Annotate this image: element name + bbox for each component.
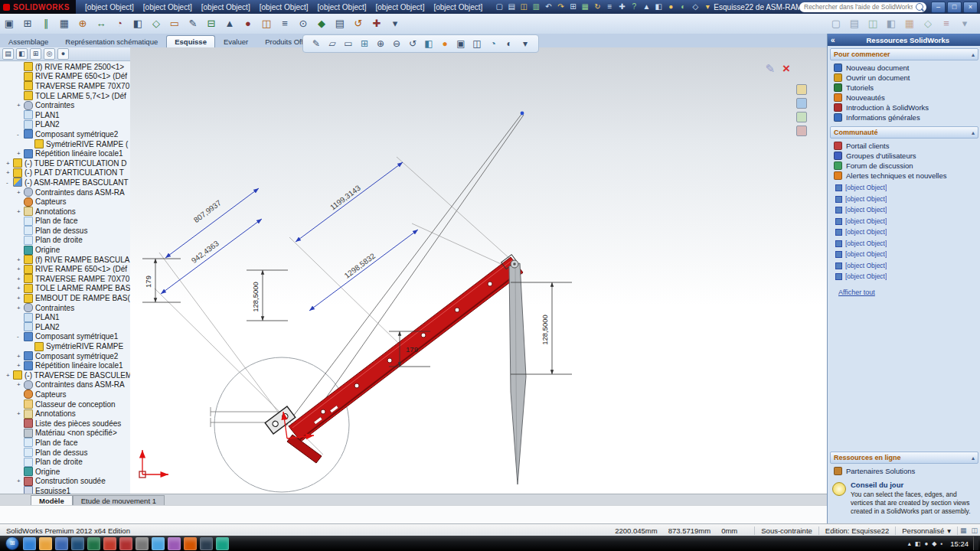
move-component-icon[interactable]: ↔: [93, 16, 109, 31]
print-icon[interactable]: ▥: [530, 2, 542, 12]
show-desktop-button[interactable]: [973, 536, 978, 550]
expander-icon[interactable]: +: [17, 256, 24, 263]
viewport-flyout-icon[interactable]: [796, 126, 807, 136]
news-item[interactable]: [object Object]: [835, 240, 976, 248]
news-item[interactable]: [object Object]: [835, 262, 976, 270]
discussion-forum-link[interactable]: Forum de discussion: [834, 161, 976, 171]
expander-icon[interactable]: +: [17, 362, 24, 369]
toolbar-icon[interactable]: ◐: [677, 2, 689, 12]
expander-icon[interactable]: +: [17, 295, 24, 302]
tray-icon[interactable]: ▪: [940, 540, 942, 547]
toolbar-icon[interactable]: ↺: [350, 16, 367, 31]
toolbar-icon[interactable]: ≡: [276, 16, 293, 31]
propertymanager-tab-icon[interactable]: ◧: [16, 48, 28, 60]
user-groups-link[interactable]: Groupes d'utilisateurs: [834, 151, 976, 161]
appearance-icon[interactable]: ●: [438, 38, 452, 49]
help-icon[interactable]: ?: [628, 2, 640, 12]
expander-icon[interactable]: +: [17, 276, 24, 282]
open-document-icon[interactable]: ▤: [505, 2, 518, 12]
command-tab[interactable]: Evaluer: [215, 35, 256, 47]
tree-item[interactable]: Liste des pièces soudées: [0, 419, 130, 429]
tree-item[interactable]: TOLE LARME 5,7<1> (Déf: [0, 91, 130, 101]
toolbar-icon[interactable]: ◇: [689, 2, 701, 12]
tutorials-link[interactable]: Tutoriels: [834, 83, 976, 93]
tree-item[interactable]: TRAVERSE RAMPE 70X70: [0, 81, 130, 91]
tree-item[interactable]: + (-) TUBE D'ARTICULATION D: [0, 158, 130, 168]
toolbar-icon[interactable]: ●: [240, 16, 256, 31]
collapse-section-icon[interactable]: ▴: [972, 129, 975, 136]
news-item[interactable]: [object Object]: [835, 250, 976, 259]
zoom-in-icon[interactable]: ⊕: [374, 38, 387, 49]
expander-icon[interactable]: +: [17, 189, 24, 196]
toolbar-icon[interactable]: ◫: [258, 16, 275, 31]
solution-partners-link[interactable]: Partenaires Solutions: [834, 466, 976, 476]
file-properties-icon[interactable]: ≡: [603, 2, 616, 12]
tree-item[interactable]: (f) RIVE RAMPE 2500<1>: [0, 62, 130, 72]
news-item[interactable]: [object Object]: [835, 184, 976, 192]
reference-geometry-icon[interactable]: ◇: [148, 16, 165, 31]
menu-item[interactable]: [object Object]: [313, 2, 371, 13]
toolbar-icon[interactable]: ▭: [166, 16, 183, 31]
tree-item[interactable]: - (-) ASM-RAMPE BASCULANT: [0, 178, 130, 187]
appearances-tab-icon[interactable]: ●: [57, 48, 69, 60]
configuration-tab-icon[interactable]: ⊞: [30, 48, 41, 60]
pivot-bracket[interactable]: [265, 406, 296, 434]
menu-item[interactable]: [object Object]: [80, 2, 139, 13]
featuremanager-tab-icon[interactable]: ▤: [2, 48, 14, 60]
tree-item[interactable]: + (f) RIVE RAMPE BASCULA: [0, 255, 130, 265]
introduction-link[interactable]: Introduction à SolidWorks: [834, 103, 976, 112]
toolbar-icon[interactable]: ▤: [846, 16, 863, 31]
taskbar-app-icon[interactable]: [39, 537, 52, 550]
expander-icon[interactable]: +: [17, 208, 24, 215]
menu-item[interactable]: [object Object]: [255, 2, 313, 13]
tree-item[interactable]: SymétrieRIVE RAMPE (: [0, 139, 130, 149]
blade-part[interactable]: [509, 260, 526, 484]
show-hidden-icon[interactable]: ◔: [111, 16, 128, 31]
redo-icon[interactable]: ↷: [554, 2, 567, 12]
toolbar-icon[interactable]: ▤: [332, 16, 348, 31]
toolbar-icon[interactable]: ✚: [368, 16, 385, 31]
tree-item[interactable]: Plan de dessus: [0, 226, 130, 236]
tree-item[interactable]: + RIVE RAMPE 650<1> (Déf: [0, 264, 130, 274]
taskbar-clock[interactable]: 15:24: [946, 540, 973, 548]
expander-icon[interactable]: +: [17, 478, 24, 484]
restore-button[interactable]: □: [947, 2, 962, 13]
expander-icon[interactable]: +: [17, 285, 24, 292]
tray-icon[interactable]: ▴: [908, 540, 911, 547]
tree-item[interactable]: + TRAVERSE RAMPE 70X70: [0, 274, 130, 284]
whats-new-link[interactable]: Nouveautés: [834, 93, 976, 103]
expander-icon[interactable]: +: [6, 160, 13, 167]
search-icon[interactable]: [916, 3, 923, 11]
toolbar-icon[interactable]: ◧: [652, 2, 665, 12]
technical-alerts-link[interactable]: Alertes techniques et nouvelles: [834, 171, 976, 181]
tree-item[interactable]: + Répétition linéaire locale1: [0, 360, 130, 370]
search-input[interactable]: [802, 2, 914, 11]
tree-item[interactable]: + Répétition linéaire locale1: [0, 148, 130, 158]
zoom-area-icon[interactable]: ⊞: [358, 38, 371, 49]
section-header-online[interactable]: Ressources en ligne▴: [830, 452, 978, 464]
expander-icon[interactable]: +: [17, 305, 24, 311]
tree-item[interactable]: Plan de droite: [0, 457, 130, 467]
menu-item[interactable]: [object Object]: [197, 2, 255, 13]
tree-item[interactable]: PLAN2: [0, 322, 130, 332]
taskbar-app-icon[interactable]: [103, 537, 116, 550]
news-item[interactable]: [object Object]: [835, 206, 976, 214]
expander-icon[interactable]: -: [6, 179, 13, 186]
tag-icon[interactable]: ▦: [958, 527, 969, 534]
view-orientation-icon[interactable]: ▣: [454, 38, 468, 49]
model-tab[interactable]: Etude de mouvement 1: [73, 495, 165, 506]
taskbar-app-icon[interactable]: [71, 537, 84, 550]
section-view-icon[interactable]: ◧: [422, 38, 436, 49]
select-icon[interactable]: ▲: [640, 2, 652, 12]
sketch-settings-icon[interactable]: ▱: [325, 38, 339, 49]
section-header-community[interactable]: Communauté▴: [830, 126, 978, 139]
tree-item[interactable]: + Construction soudée: [0, 477, 130, 487]
menu-item[interactable]: [object Object]: [139, 2, 197, 13]
menu-item[interactable]: [object Object]: [371, 2, 430, 13]
zoom-fit-icon[interactable]: ▭: [341, 38, 355, 49]
toolbar-icon[interactable]: ≡: [938, 16, 955, 31]
open-document-link[interactable]: Ouvrir un document: [834, 73, 976, 83]
undo-icon[interactable]: ↶: [542, 2, 554, 12]
insert-component-icon[interactable]: ⊞: [19, 16, 36, 31]
mate-icon[interactable]: ∥: [38, 16, 54, 31]
